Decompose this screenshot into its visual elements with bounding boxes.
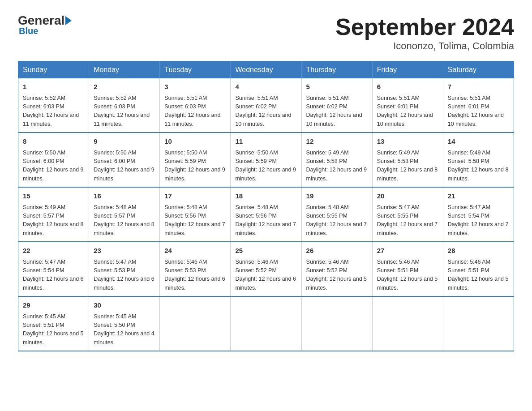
day-number: 22 xyxy=(23,246,84,256)
logo-blue: Blue xyxy=(19,26,38,36)
calendar-cell xyxy=(443,296,514,351)
calendar-cell: 27Sunrise: 5:46 AM Sunset: 5:51 PM Dayli… xyxy=(372,242,443,296)
day-info: Sunrise: 5:46 AM Sunset: 5:52 PM Dayligh… xyxy=(235,258,296,293)
header-saturday: Saturday xyxy=(443,61,514,79)
day-info: Sunrise: 5:47 AM Sunset: 5:55 PM Dayligh… xyxy=(377,203,438,238)
calendar-cell: 10Sunrise: 5:50 AM Sunset: 5:59 PM Dayli… xyxy=(160,133,231,187)
day-info: Sunrise: 5:52 AM Sunset: 6:03 PM Dayligh… xyxy=(23,94,84,129)
day-info: Sunrise: 5:50 AM Sunset: 5:59 PM Dayligh… xyxy=(235,149,296,184)
day-info: Sunrise: 5:50 AM Sunset: 6:00 PM Dayligh… xyxy=(23,149,84,184)
day-info: Sunrise: 5:46 AM Sunset: 5:53 PM Dayligh… xyxy=(164,258,226,293)
calendar-cell: 29Sunrise: 5:45 AM Sunset: 5:51 PM Dayli… xyxy=(18,296,89,351)
day-number: 25 xyxy=(235,246,296,256)
day-info: Sunrise: 5:47 AM Sunset: 5:53 PM Dayligh… xyxy=(94,258,155,293)
calendar-cell: 9Sunrise: 5:50 AM Sunset: 6:00 PM Daylig… xyxy=(89,133,160,187)
day-number: 10 xyxy=(164,137,226,147)
calendar-cell: 26Sunrise: 5:46 AM Sunset: 5:52 PM Dayli… xyxy=(301,242,372,296)
day-number: 3 xyxy=(164,82,226,92)
calendar-cell: 4Sunrise: 5:51 AM Sunset: 6:02 PM Daylig… xyxy=(231,78,301,133)
day-number: 1 xyxy=(23,82,84,92)
day-info: Sunrise: 5:51 AM Sunset: 6:03 PM Dayligh… xyxy=(164,94,226,129)
day-number: 2 xyxy=(94,82,155,92)
day-info: Sunrise: 5:46 AM Sunset: 5:51 PM Dayligh… xyxy=(448,258,509,293)
calendar-cell: 23Sunrise: 5:47 AM Sunset: 5:53 PM Dayli… xyxy=(89,242,160,296)
day-info: Sunrise: 5:49 AM Sunset: 5:57 PM Dayligh… xyxy=(23,203,84,238)
day-number: 14 xyxy=(448,137,509,147)
calendar-cell: 14Sunrise: 5:49 AM Sunset: 5:58 PM Dayli… xyxy=(443,133,514,187)
calendar-header-row: SundayMondayTuesdayWednesdayThursdayFrid… xyxy=(18,61,514,79)
calendar-cell xyxy=(301,296,372,351)
calendar-cell: 8Sunrise: 5:50 AM Sunset: 6:00 PM Daylig… xyxy=(18,133,89,187)
calendar-week-row: 15Sunrise: 5:49 AM Sunset: 5:57 PM Dayli… xyxy=(18,187,514,242)
day-info: Sunrise: 5:47 AM Sunset: 5:54 PM Dayligh… xyxy=(23,258,84,293)
calendar-cell: 22Sunrise: 5:47 AM Sunset: 5:54 PM Dayli… xyxy=(18,242,89,296)
calendar-cell: 21Sunrise: 5:47 AM Sunset: 5:54 PM Dayli… xyxy=(443,187,514,242)
calendar-cell: 20Sunrise: 5:47 AM Sunset: 5:55 PM Dayli… xyxy=(372,187,443,242)
header-friday: Friday xyxy=(372,61,443,79)
day-number: 17 xyxy=(164,191,226,201)
header-sunday: Sunday xyxy=(18,61,89,79)
day-number: 15 xyxy=(23,191,84,201)
logo: General Blue xyxy=(18,13,72,36)
calendar-cell: 3Sunrise: 5:51 AM Sunset: 6:03 PM Daylig… xyxy=(160,78,231,133)
calendar-cell: 18Sunrise: 5:48 AM Sunset: 5:56 PM Dayli… xyxy=(231,187,301,242)
day-info: Sunrise: 5:48 AM Sunset: 5:57 PM Dayligh… xyxy=(94,203,155,238)
calendar-cell xyxy=(372,296,443,351)
day-number: 9 xyxy=(94,137,155,147)
page-header: General Blue September 2024 Icononzo, To… xyxy=(18,13,514,52)
day-number: 16 xyxy=(94,191,155,201)
day-number: 6 xyxy=(377,82,438,92)
day-number: 24 xyxy=(164,246,226,256)
day-info: Sunrise: 5:45 AM Sunset: 5:50 PM Dayligh… xyxy=(94,313,155,347)
day-number: 8 xyxy=(23,137,84,147)
calendar-week-row: 8Sunrise: 5:50 AM Sunset: 6:00 PM Daylig… xyxy=(18,133,514,187)
calendar-week-row: 22Sunrise: 5:47 AM Sunset: 5:54 PM Dayli… xyxy=(18,242,514,296)
calendar-cell: 13Sunrise: 5:49 AM Sunset: 5:58 PM Dayli… xyxy=(372,133,443,187)
day-info: Sunrise: 5:51 AM Sunset: 6:01 PM Dayligh… xyxy=(377,94,438,129)
calendar-cell: 25Sunrise: 5:46 AM Sunset: 5:52 PM Dayli… xyxy=(231,242,301,296)
day-number: 5 xyxy=(306,82,368,92)
calendar-cell: 16Sunrise: 5:48 AM Sunset: 5:57 PM Dayli… xyxy=(89,187,160,242)
header-thursday: Thursday xyxy=(301,61,372,79)
day-info: Sunrise: 5:51 AM Sunset: 6:02 PM Dayligh… xyxy=(235,94,296,129)
day-number: 7 xyxy=(448,82,509,92)
calendar-week-row: 1Sunrise: 5:52 AM Sunset: 6:03 PM Daylig… xyxy=(18,78,514,133)
calendar-cell xyxy=(231,296,301,351)
calendar-cell: 19Sunrise: 5:48 AM Sunset: 5:55 PM Dayli… xyxy=(301,187,372,242)
day-info: Sunrise: 5:52 AM Sunset: 6:03 PM Dayligh… xyxy=(94,94,155,129)
day-info: Sunrise: 5:48 AM Sunset: 5:56 PM Dayligh… xyxy=(235,203,296,238)
day-number: 4 xyxy=(235,82,296,92)
day-number: 23 xyxy=(94,246,155,256)
calendar-table: SundayMondayTuesdayWednesdayThursdayFrid… xyxy=(18,61,514,351)
day-number: 27 xyxy=(377,246,438,256)
calendar-cell: 11Sunrise: 5:50 AM Sunset: 5:59 PM Dayli… xyxy=(231,133,301,187)
calendar-cell: 17Sunrise: 5:48 AM Sunset: 5:56 PM Dayli… xyxy=(160,187,231,242)
calendar-cell: 7Sunrise: 5:51 AM Sunset: 6:01 PM Daylig… xyxy=(443,78,514,133)
calendar-week-row: 29Sunrise: 5:45 AM Sunset: 5:51 PM Dayli… xyxy=(18,296,514,351)
day-number: 26 xyxy=(306,246,368,256)
day-number: 30 xyxy=(94,300,155,311)
day-info: Sunrise: 5:50 AM Sunset: 5:59 PM Dayligh… xyxy=(164,149,226,184)
calendar-cell: 1Sunrise: 5:52 AM Sunset: 6:03 PM Daylig… xyxy=(18,78,89,133)
calendar-cell: 2Sunrise: 5:52 AM Sunset: 6:03 PM Daylig… xyxy=(89,78,160,133)
day-info: Sunrise: 5:46 AM Sunset: 5:51 PM Dayligh… xyxy=(377,258,438,293)
day-info: Sunrise: 5:51 AM Sunset: 6:01 PM Dayligh… xyxy=(448,94,509,129)
day-info: Sunrise: 5:46 AM Sunset: 5:52 PM Dayligh… xyxy=(306,258,368,293)
calendar-cell: 30Sunrise: 5:45 AM Sunset: 5:50 PM Dayli… xyxy=(89,296,160,351)
calendar-subtitle: Icononzo, Tolima, Colombia xyxy=(335,40,514,52)
title-block: September 2024 Icononzo, Tolima, Colombi… xyxy=(335,13,514,52)
day-number: 19 xyxy=(306,191,368,201)
calendar-title: September 2024 xyxy=(335,13,514,40)
day-info: Sunrise: 5:49 AM Sunset: 5:58 PM Dayligh… xyxy=(448,149,509,184)
calendar-cell: 28Sunrise: 5:46 AM Sunset: 5:51 PM Dayli… xyxy=(443,242,514,296)
day-number: 11 xyxy=(235,137,296,147)
day-number: 13 xyxy=(377,137,438,147)
day-number: 28 xyxy=(448,246,509,256)
day-number: 20 xyxy=(377,191,438,201)
day-info: Sunrise: 5:45 AM Sunset: 5:51 PM Dayligh… xyxy=(23,313,84,347)
day-number: 18 xyxy=(235,191,296,201)
logo-arrow-icon xyxy=(65,16,72,25)
day-number: 12 xyxy=(306,137,368,147)
day-info: Sunrise: 5:50 AM Sunset: 6:00 PM Dayligh… xyxy=(94,149,155,184)
day-number: 29 xyxy=(23,300,84,311)
